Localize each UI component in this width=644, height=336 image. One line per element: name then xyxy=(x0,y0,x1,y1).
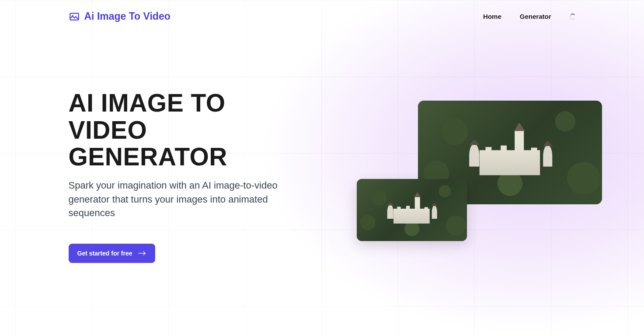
image-icon xyxy=(69,11,80,22)
nav-home[interactable]: Home xyxy=(483,13,501,20)
cta-label: Get started for free xyxy=(77,250,132,257)
loading-spinner-icon xyxy=(570,14,576,20)
hero-title: AI IMAGE TO VIDEO GENERATOR xyxy=(69,90,305,171)
logo-text: Ai Image To Video xyxy=(84,10,171,22)
hero-section: AI IMAGE TO VIDEO GENERATOR Spark your i… xyxy=(69,33,576,263)
header: Ai Image To Video Home Generator xyxy=(69,0,576,33)
arrow-right-icon xyxy=(138,251,146,256)
hero-subtitle: Spark your imagination with an AI image-… xyxy=(69,178,283,220)
nav: Home Generator xyxy=(483,13,575,20)
features-section: Ai Image To Video Features AI magic imag… xyxy=(69,263,576,336)
hero-image-small xyxy=(357,179,467,241)
logo[interactable]: Ai Image To Video xyxy=(69,10,171,22)
get-started-button[interactable]: Get started for free xyxy=(69,244,155,263)
hero-images xyxy=(418,101,602,204)
nav-generator[interactable]: Generator xyxy=(520,13,551,20)
